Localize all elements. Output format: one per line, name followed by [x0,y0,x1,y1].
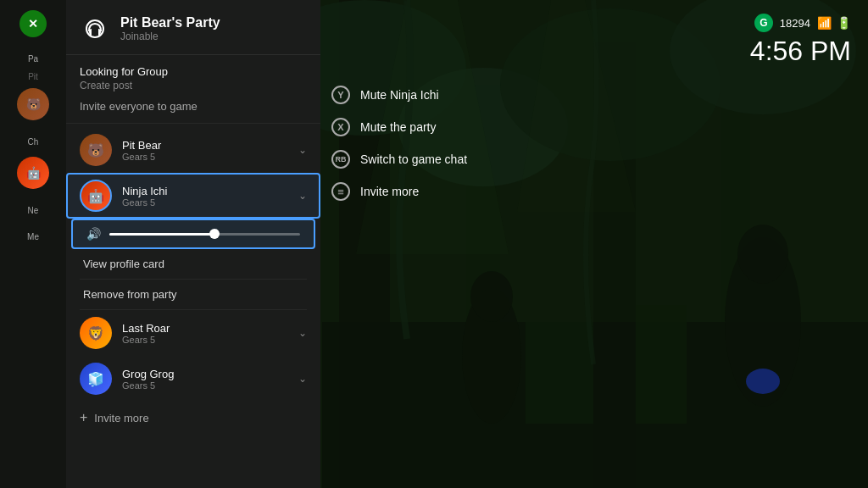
party-panel: Pit Bear's Party Joinable Looking for Gr… [66,0,320,488]
pit-bear-game: Gears 5 [122,152,298,162]
context-mute-ninja-ichi[interactable]: Y Mute Ninja Ichi [318,79,504,111]
volume-slider-row[interactable]: 🔊 [71,219,315,249]
grog-grog-avatar: 🧊 [80,363,112,395]
create-post[interactable]: Create post [80,80,307,92]
svg-rect-17 [526,322,593,424]
side-me-label: Me [27,232,39,241]
hud-top-row: G 18294 📶 🔋 [754,14,851,32]
side-ch-label: Ch [28,137,39,147]
headset-icon [80,14,110,44]
last-roar-chevron: ⌄ [298,327,307,339]
party-title: Pit Bear's Party [120,15,220,30]
volume-slider-track[interactable] [109,233,300,236]
lfg-section: Looking for Group Create post Invite eve… [66,55,320,124]
last-roar-info: Last Roar Gears 5 [122,322,298,345]
invite-everyone[interactable]: Invite everyone to game [80,100,307,113]
last-roar-game: Gears 5 [122,335,298,345]
pit-bear-chevron: ⌄ [298,144,307,156]
context-switch-game-chat[interactable]: RB Switch to game chat [318,143,504,175]
grog-grog-game: Gears 5 [122,380,298,391]
hud-score: 18294 [780,17,810,30]
member-last-roar[interactable]: 🦁 Last Roar Gears 5 ⌄ [66,310,320,356]
member-pit-bear[interactable]: 🐻 Pit Bear Gears 5 ⌄ [66,127,320,173]
ninja-ichi-name: Ninja Ichi [122,185,298,197]
mute-ninja-ichi-label: Mute Ninja Ichi [360,88,439,102]
context-invite-more[interactable]: ≡ Invite more [318,175,504,208]
context-mute-party[interactable]: X Mute the party [318,111,504,143]
invite-more-context-label: Invite more [360,185,419,198]
top-right-hud: G 18294 📶 🔋 4:56 PM [750,14,851,67]
ninja-ichi-game: Gears 5 [122,197,298,208]
member-ninja-ichi[interactable]: 🤖 Ninja Ichi Gears 5 ⌄ [66,173,320,219]
view-profile-card[interactable]: View profile card [80,249,307,280]
side-ne-label: Ne [28,206,39,215]
last-roar-name: Last Roar [122,322,298,335]
mute-ninja-ichi-icon: Y [331,86,350,104]
signal-icon: 📶 [817,16,832,30]
side-pa-label: Pa [28,54,38,64]
side-pit-label: Pit [28,72,38,81]
ninja-ichi-chevron: ⌄ [298,190,307,202]
side-avatar-2[interactable]: 🤖 [17,157,49,189]
ninja-ichi-info: Ninja Ichi Gears 5 [122,185,298,208]
invite-more-row[interactable]: + Invite more [66,402,320,434]
switch-game-chat-label: Switch to game chat [360,152,467,166]
svg-point-15 [737,225,788,284]
svg-rect-18 [636,305,687,424]
pit-bear-avatar: 🐻 [80,134,112,166]
pit-bear-info: Pit Bear Gears 5 [122,139,298,162]
side-avatar-1[interactable]: 🐻 [17,88,49,120]
party-title-block: Pit Bear's Party Joinable [120,15,220,42]
side-panel: ✕ Pa Pit 🐻 Ch 🤖 Ne Me [0,0,66,488]
hud-icons: 📶 🔋 [817,16,851,30]
party-header: Pit Bear's Party Joinable [66,0,320,55]
switch-game-chat-icon: RB [331,150,350,169]
battery-icon: 🔋 [837,16,851,30]
remove-from-party[interactable]: Remove from party [80,280,307,310]
party-status: Joinable [120,30,220,42]
volume-slider-thumb[interactable] [209,229,220,239]
svg-point-16 [746,369,780,394]
grog-grog-name: Grog Grog [122,368,298,380]
xbox-logo: ✕ [19,10,47,37]
grog-grog-chevron: ⌄ [298,373,307,385]
ninja-ichi-avatar: 🤖 [80,180,112,212]
hud-g-badge: G [754,14,773,32]
context-menu: Y Mute Ninja Ichi X Mute the party RB Sw… [318,72,504,214]
svg-point-13 [470,271,513,322]
plus-icon: + [80,410,87,425]
grog-grog-info: Grog Grog Gears 5 [122,368,298,391]
invite-more-icon: ≡ [331,182,350,201]
lfg-title[interactable]: Looking for Group [80,65,307,78]
last-roar-avatar: 🦁 [80,317,112,349]
mute-party-icon: X [331,118,350,136]
volume-slider-fill [109,233,214,236]
member-options: View profile card Remove from party [66,249,320,310]
volume-icon: 🔊 [86,227,101,241]
pit-bear-name: Pit Bear [122,139,298,152]
member-list: 🐻 Pit Bear Gears 5 ⌄ 🤖 Ninja Ichi Gears … [66,124,320,488]
mute-party-label: Mute the party [360,120,437,134]
invite-more-label: Invite more [94,412,148,424]
member-grog-grog[interactable]: 🧊 Grog Grog Gears 5 ⌄ [66,356,320,402]
hud-time: 4:56 PM [750,36,851,67]
